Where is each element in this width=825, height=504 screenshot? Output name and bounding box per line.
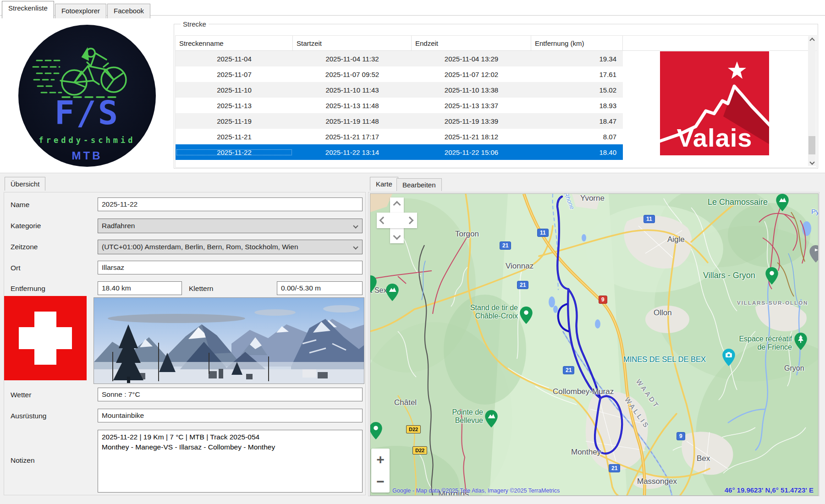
cell-end: 2025-11-10 13:38 [412,86,531,94]
ausruestung-value: Mountainbike [102,411,144,420]
map-attribution: Google - Map data ©2025 Tele Atlas, Imag… [392,488,560,494]
cell-km: 18.40 [531,148,623,156]
place-pin-icon[interactable] [765,267,778,285]
cell-km: 15.02 [531,86,623,94]
zoom-in-button[interactable]: + [371,449,390,471]
zoom-out-button[interactable]: − [371,471,390,493]
valais-logo: Valais [660,51,769,155]
cell-end: 2025-11-07 12:02 [412,71,531,78]
camera-pin-icon[interactable] [722,349,735,366]
fs-logo-initials: F/S [18,93,156,132]
tab-fotoexplorer[interactable]: Fotoexplorer [55,4,106,18]
chevron-up-icon [809,38,814,43]
pan-down-button[interactable] [392,231,402,241]
cell-name: 2025-11-22 [176,148,293,156]
map-canvas[interactable]: Yvorne Torgon Aigle Vionnaz Ollon Gryon … [370,193,819,496]
cell-name: 2025-11-04 [176,55,293,63]
ort-label: Ort [11,264,21,272]
chevron-down-icon [353,244,358,249]
scroll-down-button[interactable] [808,158,816,166]
klettern-field[interactable]: 0.00/-5.30 m [277,281,363,295]
wetter-value: Sonne : 7°C [102,390,140,399]
ort-field[interactable]: Illarsaz [98,261,363,274]
road-shield: 11 [644,215,655,223]
flag-cross-horizontal [19,327,72,349]
table-row-selected[interactable]: 2025-11-22 2025-11-22 13:14 2025-11-22 1… [176,144,623,160]
zeitzone-value: (UTC+01:00) Amsterdam, Berlin, Bern, Rom… [102,243,298,251]
road-shield: 21 [500,241,511,250]
kategorie-select[interactable]: Radfahren [98,219,363,233]
cell-start: 2025-11-04 11:32 [293,55,412,63]
col-endzeit[interactable]: Endzeit [412,36,531,50]
strecke-group-title: Strecke [181,20,209,28]
table-row[interactable]: 2025-11-13 2025-11-13 11:48 2025-11-13 1… [176,98,623,113]
chevron-down-icon [353,223,358,228]
table-row[interactable]: 2025-11-21 2025-11-21 17:17 2025-11-21 1… [176,129,623,144]
pan-up-button[interactable] [392,200,402,209]
cell-end: 2025-11-22 15:06 [412,148,531,156]
col-startzeit[interactable]: Startzeit [293,36,412,50]
karte-panel: Yvorne Torgon Aigle Vionnaz Ollon Gryon … [368,192,820,496]
mountain-pin-icon[interactable] [485,410,498,427]
road-shield: D22 [412,446,427,455]
place-pin-icon[interactable] [520,307,533,324]
tab-bearbeiten[interactable]: Bearbeiten [396,178,442,191]
chevron-up-icon [393,201,401,209]
cell-start: 2025-11-19 11:48 [293,117,412,125]
chevron-right-icon [406,217,414,225]
mountain-panorama-photo [94,297,364,384]
cell-name: 2025-11-07 [176,71,293,78]
cell-start: 2025-11-10 11:43 [293,86,412,94]
tab-facebook[interactable]: Facebook [107,4,150,18]
scroll-up-button[interactable] [808,36,816,44]
place-pin-icon[interactable] [370,422,382,439]
table-row[interactable]: 2025-11-10 2025-11-10 11:43 2025-11-10 1… [176,82,623,98]
cell-name: 2025-11-10 [176,86,293,94]
entfernung-label: Entfernung [11,285,45,293]
ausruestung-field[interactable]: Mountainbike [98,409,363,422]
zeitzone-label: Zeitzone [11,243,38,251]
valais-logo-text: Valais [660,123,769,153]
name-field[interactable]: 2025-11-22 [98,197,363,211]
col-entfernung[interactable]: Entfernung (km) [531,36,623,50]
chevron-down-icon [393,232,401,240]
name-label: Name [11,201,29,209]
wetter-field[interactable]: Sonne : 7°C [98,388,363,401]
kategorie-label: Kategorie [11,222,41,230]
pan-left-button[interactable] [379,216,388,225]
table-scrollbar[interactable] [808,36,816,166]
col-streckenname[interactable]: Streckenname [176,36,293,50]
tab-streckenliste[interactable]: Streckenliste [2,1,54,18]
cell-end: 2025-11-04 13:29 [412,55,531,63]
ort-value: Illarsaz [102,263,124,272]
cell-start: 2025-11-22 13:14 [293,148,412,156]
zeitzone-select[interactable]: (UTC+01:00) Amsterdam, Berlin, Bern, Rom… [98,240,363,254]
notizen-textarea[interactable]: 2025-11-22 | 19 Km | 7 °C | MTB | Track … [98,430,363,493]
fs-logo-name: freddy-schmid [18,136,156,145]
entfernung-value: 18.40 km [102,284,131,292]
cell-name: 2025-11-21 [176,133,293,141]
table-row[interactable]: 2025-11-04 2025-11-04 11:32 2025-11-04 1… [176,51,623,66]
klettern-value: 0.00/-5.30 m [281,284,321,292]
strecke-header-row: Streckenname Startzeit Endzeit Entfernun… [176,36,816,51]
notizen-label: Notizen [11,456,35,465]
scroll-thumb[interactable] [808,136,815,154]
entfernung-field[interactable]: 18.40 km [98,281,182,295]
cell-km: 17.61 [531,71,623,78]
golf-pin-icon[interactable] [809,245,819,263]
place-pin-icon[interactable] [370,275,377,293]
table-row[interactable]: 2025-11-07 2025-11-07 09:52 2025-11-07 1… [176,66,623,82]
map-graphics [370,194,818,495]
pan-right-button[interactable] [405,216,414,225]
mountain-pin-icon[interactable] [776,194,789,211]
road-shield: 9 [676,432,685,440]
cell-km: 8.07 [531,133,623,141]
swiss-flag [4,296,87,380]
mountain-pin-icon[interactable] [386,284,399,301]
chevron-left-icon [380,217,387,225]
table-row[interactable]: 2025-11-19 2025-11-19 11:48 2025-11-19 1… [176,113,623,129]
map-zoom-control: + − [371,449,390,493]
tab-karte[interactable]: Karte [370,177,398,191]
tree-pin-icon[interactable] [794,333,807,350]
tab-uebersicht[interactable]: Übersicht [5,177,45,191]
